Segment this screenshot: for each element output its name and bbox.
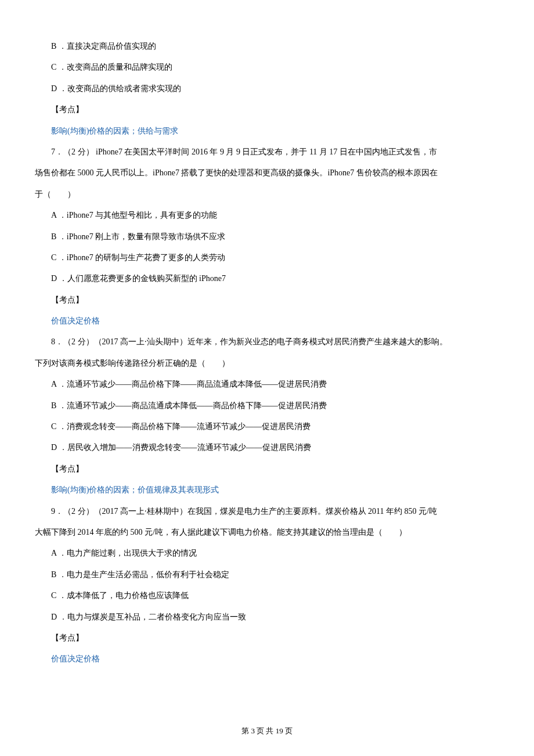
q8-option-b: B ．流通环节减少——商品流通成本降低——商品价格下降——促进居民消费 <box>35 395 499 416</box>
q7-option-c: C ．iPhone7 的研制与生产花费了更多的人类劳动 <box>35 247 499 268</box>
q9-option-a: A ．电力产能过剩，出现供大于求的情况 <box>35 543 499 564</box>
q9-stem-line1: 9．（2 分）（2017 高一上·桂林期中）在我国，煤炭是电力生产的主要原料。煤… <box>35 501 499 522</box>
q6-option-d: D ．改变商品的供给或者需求实现的 <box>35 78 499 99</box>
q6-option-c: C ．改变商品的质量和品牌实现的 <box>35 57 499 78</box>
q9-stem-line2: 大幅下降到 2014 年底的约 500 元/吨，有人据此建议下调电力价格。能支持… <box>35 522 499 543</box>
q6-option-b: B ．直接决定商品价值实现的 <box>35 36 499 57</box>
q7-stem-line1: 7．（2 分） iPhone7 在美国太平洋时间 2016 年 9 月 9 日正… <box>35 142 499 163</box>
q7-stem-line2: 场售价都在 5000 元人民币以上。iPhone7 搭载了更快的处理器和更高级的… <box>35 163 499 183</box>
q9-option-d: D ．电力与煤炭是互补品，二者价格变化方向应当一致 <box>35 607 499 628</box>
q6-kaodian-text: 影响(均衡)价格的因素；供给与需求 <box>35 121 499 142</box>
q8-option-a: A ．流通环节减少——商品价格下降——商品流通成本降低——促进居民消费 <box>35 374 499 395</box>
q9-option-b: B ．电力是生产生活必需品，低价有利于社会稳定 <box>35 564 499 585</box>
q9-kaodian-label: 【考点】 <box>35 628 499 649</box>
q7-kaodian-label: 【考点】 <box>35 290 499 311</box>
q7-stem-line3: 于（ ） <box>35 184 499 205</box>
q7-option-d: D ．人们愿意花费更多的金钱购买新型的 iPhone7 <box>35 268 499 289</box>
q7-option-b: B ．iPhone7 刚上市，数量有限导致市场供不应求 <box>35 226 499 247</box>
q6-kaodian-label: 【考点】 <box>35 99 499 120</box>
q9-option-c: C ．成本降低了，电力价格也应该降低 <box>35 585 499 606</box>
q8-kaodian-label: 【考点】 <box>35 459 499 480</box>
page-footer: 第 3 页 共 19 页 <box>0 726 534 736</box>
q7-kaodian-text: 价值决定价格 <box>35 311 499 332</box>
q8-option-d: D ．居民收入增加——消费观念转变——流通环节减少——促进居民消费 <box>35 437 499 458</box>
q9-kaodian-text: 价值决定价格 <box>35 649 499 669</box>
q8-stem-line2: 下列对该商务模式影响传递路径分析正确的是（ ） <box>35 353 499 374</box>
q8-kaodian-text: 影响(均衡)价格的因素；价值规律及其表现形式 <box>35 480 499 501</box>
q8-stem-line1: 8．（2 分）（2017 高一上·汕头期中）近年来，作为新兴业态的电子商务模式对… <box>35 332 499 352</box>
q8-option-c: C ．消费观念转变——商品价格下降——流通环节减少——促进居民消费 <box>35 416 499 437</box>
q7-option-a: A ．iPhone7 与其他型号相比，具有更多的功能 <box>35 205 499 226</box>
